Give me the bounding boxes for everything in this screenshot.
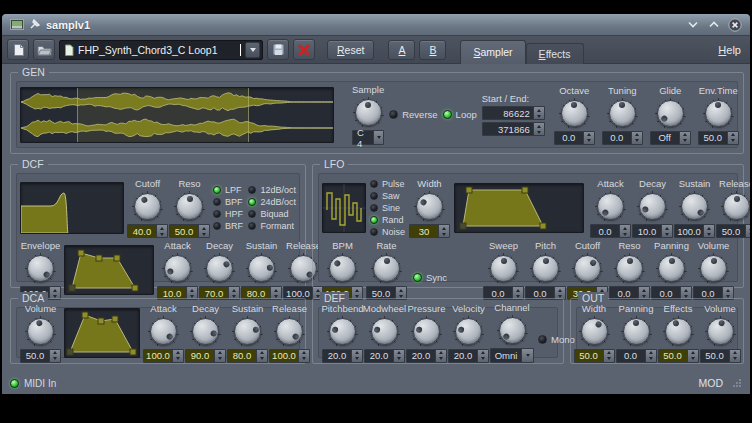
biquad-led[interactable]: [248, 210, 256, 218]
env-handle[interactable]: [540, 223, 546, 229]
a-button[interactable]: A: [388, 40, 415, 60]
env-handle[interactable]: [130, 349, 136, 355]
velocity-knob[interactable]: [453, 316, 484, 347]
volume-spinbox[interactable]: 50.0: [700, 349, 741, 363]
24db-oct-led[interactable]: [248, 198, 256, 206]
rate-knob[interactable]: [371, 253, 402, 284]
delete-preset-button[interactable]: [293, 39, 315, 60]
24db-oct-radio[interactable]: 24dB/oct: [248, 197, 296, 207]
minimize-button[interactable]: [686, 18, 700, 32]
reverse-toggle[interactable]: Reverse: [389, 109, 437, 120]
loop-led[interactable]: [443, 110, 452, 119]
titlebar[interactable]: samplv1: [2, 14, 750, 36]
release-knob[interactable]: [274, 316, 305, 347]
pitch-knob[interactable]: [530, 253, 561, 284]
mod-button[interactable]: MOD: [699, 377, 724, 389]
cutoff-knob[interactable]: [572, 253, 603, 284]
modwheel-spinbox[interactable]: 20.0: [364, 349, 405, 363]
attack-knob[interactable]: [595, 191, 626, 222]
sustain-spinbox[interactable]: 80.0: [227, 349, 268, 363]
env-handle[interactable]: [98, 318, 104, 324]
width-knob[interactable]: [414, 191, 445, 222]
pulse-led[interactable]: [370, 180, 378, 188]
effects-knob[interactable]: [663, 316, 694, 347]
width-spinbox[interactable]: 30: [409, 224, 450, 238]
panning-spinbox[interactable]: 0.0: [616, 349, 657, 363]
octave-spinbox[interactable]: 0.0: [554, 131, 595, 145]
reso-knob[interactable]: [614, 253, 645, 284]
noise-radio[interactable]: Noise: [370, 227, 405, 237]
volume-knob[interactable]: [25, 316, 56, 347]
12db-oct-led[interactable]: [248, 186, 256, 194]
pressure-spinbox[interactable]: 20.0: [406, 349, 447, 363]
width-spinbox[interactable]: 50.0: [574, 349, 615, 363]
reverse-led[interactable]: [389, 110, 398, 119]
close-button[interactable]: [728, 18, 742, 32]
tuning-knob[interactable]: [607, 98, 638, 129]
velocity-spinbox[interactable]: 20.0: [448, 349, 489, 363]
sample-knob[interactable]: [353, 97, 384, 128]
open-preset-button[interactable]: [33, 39, 55, 60]
env-handle[interactable]: [112, 316, 118, 322]
saw-led[interactable]: [370, 192, 378, 200]
decay-knob[interactable]: [637, 191, 668, 222]
release-spinbox[interactable]: 50.0: [716, 224, 750, 238]
pressure-knob[interactable]: [411, 316, 442, 347]
pin-icon[interactable]: [29, 16, 41, 34]
env-handle[interactable]: [522, 187, 528, 193]
sine-led[interactable]: [370, 204, 378, 212]
bpm-knob[interactable]: [327, 253, 358, 284]
effects-spinbox[interactable]: 50.0: [658, 349, 699, 363]
env-handle[interactable]: [82, 312, 88, 318]
modwheel-knob[interactable]: [369, 316, 400, 347]
env-handle[interactable]: [460, 223, 466, 229]
brf-radio[interactable]: BRF: [213, 221, 245, 231]
preset-combobox[interactable]: FHP_Synth_Chord3_C Loop1: [59, 40, 263, 60]
attack-spinbox[interactable]: 100.0: [143, 349, 184, 363]
decay-spinbox[interactable]: 10.0: [632, 224, 673, 238]
volume-knob[interactable]: [698, 253, 729, 284]
loop-region[interactable]: [77, 88, 249, 142]
channel-combo[interactable]: Omni: [490, 348, 535, 363]
pulse-radio[interactable]: Pulse: [370, 179, 405, 189]
volume-spinbox[interactable]: 50.0: [20, 349, 61, 363]
tab-effects[interactable]: Effects: [526, 43, 584, 64]
b-button[interactable]: B: [419, 40, 446, 60]
sustain-knob[interactable]: [246, 253, 277, 284]
attack-spinbox[interactable]: 0.0: [590, 224, 631, 238]
brf-led[interactable]: [213, 222, 221, 230]
lfo-envelope-display[interactable]: [454, 183, 584, 233]
decay-spinbox[interactable]: 90.0: [185, 349, 226, 363]
env-handle[interactable]: [67, 349, 73, 355]
tab-sampler[interactable]: Sampler: [460, 40, 525, 64]
channel-knob[interactable]: [497, 315, 528, 346]
pitchbend-knob[interactable]: [327, 316, 358, 347]
sustain-knob[interactable]: [232, 316, 263, 347]
preset-name[interactable]: FHP_Synth_Chord3_C Loop1: [78, 44, 236, 56]
lpf-radio[interactable]: LPF: [213, 185, 245, 195]
mono-led[interactable]: [538, 335, 547, 344]
resize-grip[interactable]: [732, 378, 742, 388]
env-time-spinbox[interactable]: 50.0: [698, 131, 739, 145]
env-handle[interactable]: [466, 187, 472, 193]
sample-note-combo[interactable]: C 4: [352, 130, 384, 145]
rand-radio[interactable]: Rand: [370, 215, 405, 225]
lfo-wave-display[interactable]: [322, 183, 366, 233]
sustain-knob[interactable]: [679, 191, 710, 222]
new-preset-button[interactable]: [7, 39, 29, 60]
reso-spinbox[interactable]: 50.0: [169, 224, 210, 238]
saw-radio[interactable]: Saw: [370, 191, 405, 201]
formant-radio[interactable]: Formant: [248, 221, 296, 231]
hpf-radio[interactable]: HPF: [213, 209, 245, 219]
width-knob[interactable]: [579, 316, 610, 347]
env-handle[interactable]: [78, 250, 84, 256]
attack-knob[interactable]: [148, 316, 179, 347]
octave-knob[interactable]: [559, 98, 590, 129]
save-preset-button[interactable]: [267, 39, 289, 60]
env-time-knob[interactable]: [703, 98, 734, 129]
reset-button[interactable]: Reset: [327, 40, 374, 60]
decay-knob[interactable]: [204, 253, 235, 284]
envelope-knob[interactable]: [25, 253, 56, 284]
sustain-spinbox[interactable]: 100.0: [674, 224, 715, 238]
help-button[interactable]: Help: [718, 44, 745, 56]
